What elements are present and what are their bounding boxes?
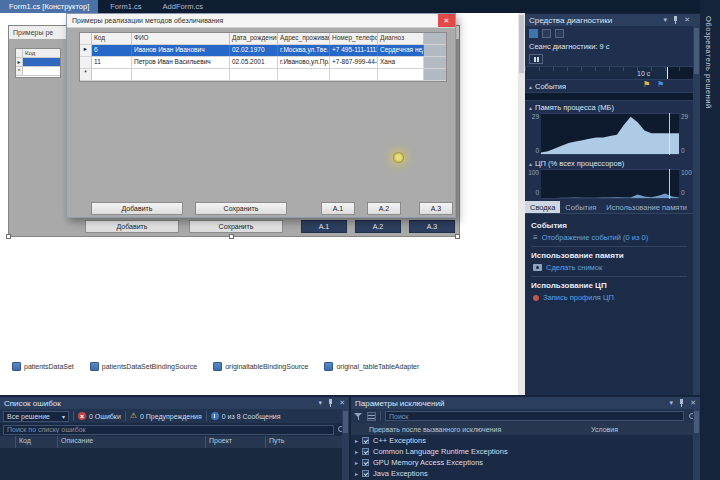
error-list-search-input[interactable] xyxy=(3,425,334,435)
scrollbar-thumb[interactable] xyxy=(694,28,699,74)
checkbox[interactable] xyxy=(362,437,369,444)
grid-cell[interactable] xyxy=(378,69,424,80)
expander-icon[interactable]: ▸ xyxy=(355,437,358,444)
tray-item-patients-dataset[interactable]: patientsDataSet xyxy=(12,362,74,371)
scrollbar-thumb[interactable] xyxy=(343,411,348,433)
designer-save-button[interactable]: Сохранить xyxy=(189,220,283,233)
errors-filter-button[interactable]: 0 Ошибки xyxy=(78,412,121,420)
list-item-cpp-exceptions[interactable]: ▸ C++ Exceptions xyxy=(351,435,693,446)
zoom-in-tool-icon[interactable] xyxy=(542,29,551,38)
grid-column-header[interactable]: Дата_рождения xyxy=(230,33,278,44)
a1-button[interactable]: А.1 xyxy=(321,202,355,215)
solution-explorer-tab[interactable]: Обозреватель решений xyxy=(704,16,713,109)
zoom-out-tool-icon[interactable] xyxy=(555,29,564,38)
break-column-header[interactable]: Прервать после вызванного исключения xyxy=(351,426,591,433)
grid-cell[interactable]: г.Москва,ул.Тве... xyxy=(278,45,330,56)
events-section-header[interactable]: ▴ События ⚑ ⚑ xyxy=(525,80,693,92)
grid-cell[interactable]: Петров Иван Васильевич xyxy=(132,57,230,68)
checkbox[interactable] xyxy=(362,459,369,466)
grid-cell[interactable] xyxy=(132,69,230,80)
designer-datagrid[interactable]: Код ▸ * xyxy=(15,48,61,78)
checkbox[interactable] xyxy=(362,448,369,455)
pin-icon[interactable] xyxy=(678,399,685,407)
expander-icon[interactable]: ▸ xyxy=(355,448,358,455)
exception-settings-scrollbar[interactable] xyxy=(693,409,700,480)
messages-filter-button[interactable]: 0 из 8 Сообщения xyxy=(211,412,281,420)
show-events-link[interactable]: Отображение событий (0 из 0) xyxy=(542,233,649,242)
tray-item-table-adapter[interactable]: original_tableTableAdapter xyxy=(324,362,419,371)
scope-filter-dropdown[interactable]: Все решение ▾ xyxy=(3,411,69,422)
designer-a1-button[interactable]: А.1 xyxy=(301,220,347,233)
select-tool-icon[interactable] xyxy=(529,29,538,38)
resize-handle-bottom-left[interactable] xyxy=(6,234,11,239)
grid-cell[interactable]: 02.02.1970 xyxy=(230,45,278,56)
chevron-down-icon[interactable]: ▾ xyxy=(664,16,668,24)
tab-memory-usage[interactable]: Использование памяти xyxy=(601,201,692,213)
a2-button[interactable]: А.2 xyxy=(367,202,401,215)
conditions-column-header[interactable]: Условия xyxy=(591,426,618,433)
diagnostics-scrollbar[interactable] xyxy=(693,14,700,395)
grid-column-header[interactable]: Диагноз xyxy=(378,33,424,44)
cpu-section-header[interactable]: ▴ ЦП (% всех процессоров) xyxy=(525,157,693,169)
memory-section-header[interactable]: ▴ Память процесса (МБ) xyxy=(525,101,693,113)
designer-scrollbar[interactable] xyxy=(518,13,525,395)
close-icon[interactable]: ✕ xyxy=(339,399,345,407)
grid-cell[interactable]: +7 495-111-1111 xyxy=(330,45,378,56)
tray-item-patients-bindingsource[interactable]: patientsDataSetBindingSource xyxy=(90,362,197,371)
add-button[interactable]: Добавить xyxy=(91,202,183,215)
close-icon[interactable]: ✕ xyxy=(690,399,696,407)
grid-cell[interactable]: 6 xyxy=(92,45,132,56)
list-item-clr-exceptions[interactable]: ▸ Common Language Runtime Exceptions xyxy=(351,446,693,457)
pin-icon[interactable] xyxy=(672,16,679,24)
grid-cell[interactable] xyxy=(92,69,132,80)
list-item-java-exceptions[interactable]: ▸ Java Exceptions xyxy=(351,468,693,479)
grid-cell[interactable]: Сердечная недо... xyxy=(378,45,424,56)
diagnostics-timeline[interactable]: 10 с xyxy=(525,66,693,80)
tab-form1-code[interactable]: Form1.cs xyxy=(101,0,150,13)
warnings-filter-button[interactable]: ⚠ 0 Предупреждения xyxy=(130,412,202,420)
expander-icon[interactable]: ▸ xyxy=(355,470,358,477)
error-list-scrollbar[interactable] xyxy=(342,409,349,480)
grid-cell[interactable] xyxy=(278,69,330,80)
grid-column-header[interactable]: Код xyxy=(92,33,132,44)
description-column-header[interactable]: Описание xyxy=(58,436,206,448)
list-item-gpu-exceptions[interactable]: ▸ GPU Memory Access Exceptions xyxy=(351,457,693,468)
grid-new-row[interactable]: * xyxy=(80,69,446,81)
tab-form1-designer[interactable]: Form1.cs [Конструктор] xyxy=(0,0,98,13)
resize-handle-bottom-center[interactable] xyxy=(229,234,234,239)
tray-item-originaltable-bindingsource[interactable]: originaltableBindingSource xyxy=(213,362,308,371)
designer-add-button[interactable]: Добавить xyxy=(85,220,179,233)
restore-defaults-icon[interactable] xyxy=(367,412,376,421)
close-icon[interactable]: ✕ xyxy=(438,14,455,27)
grid-cell[interactable] xyxy=(330,69,378,80)
scrollbar-thumb[interactable] xyxy=(694,411,699,433)
grid-column-header[interactable]: Адрес_проживания xyxy=(278,33,330,44)
tab-summary[interactable]: Сводка xyxy=(525,201,560,213)
code-column-header[interactable]: Код xyxy=(16,436,58,448)
yellow-flag-icon[interactable]: ⚑ xyxy=(643,80,650,89)
tab-events[interactable]: События xyxy=(560,201,601,213)
chevron-down-icon[interactable]: ▾ xyxy=(670,399,674,407)
record-cpu-profile-link[interactable]: Запись профиля ЦП xyxy=(543,293,614,302)
scrollbar-thumb[interactable] xyxy=(519,15,524,73)
designer-a3-button[interactable]: А.3 xyxy=(409,220,455,233)
take-snapshot-link[interactable]: Сделать снимок xyxy=(546,263,602,272)
grid-cell[interactable]: +7-867-999-44-55 xyxy=(330,57,378,68)
exception-search-input[interactable] xyxy=(385,411,684,421)
blue-flag-icon[interactable]: ⚑ xyxy=(657,80,664,89)
grid-cell[interactable] xyxy=(230,69,278,80)
project-column-header[interactable]: Проект xyxy=(206,436,266,448)
grid-column-header[interactable]: Номер_телефона xyxy=(330,33,378,44)
a3-button[interactable]: А.3 xyxy=(419,202,453,215)
pause-icon[interactable] xyxy=(529,54,543,64)
path-column-header[interactable]: Путь xyxy=(266,436,342,448)
grid-row[interactable]: 11 Петров Иван Васильевич 02.05.2001 г.И… xyxy=(80,57,446,69)
save-button[interactable]: Сохранить xyxy=(195,202,287,215)
grid-cell[interactable]: Хана xyxy=(378,57,424,68)
grid-cell[interactable]: 11 xyxy=(92,57,132,68)
severity-column-header[interactable] xyxy=(0,436,16,448)
grid-cell[interactable]: Иванов Иван Иванович xyxy=(132,45,230,56)
resize-handle-bottom-right[interactable] xyxy=(455,234,460,239)
grid-cell[interactable]: 02.05.2001 xyxy=(230,57,278,68)
chevron-down-icon[interactable]: ▾ xyxy=(319,399,323,407)
